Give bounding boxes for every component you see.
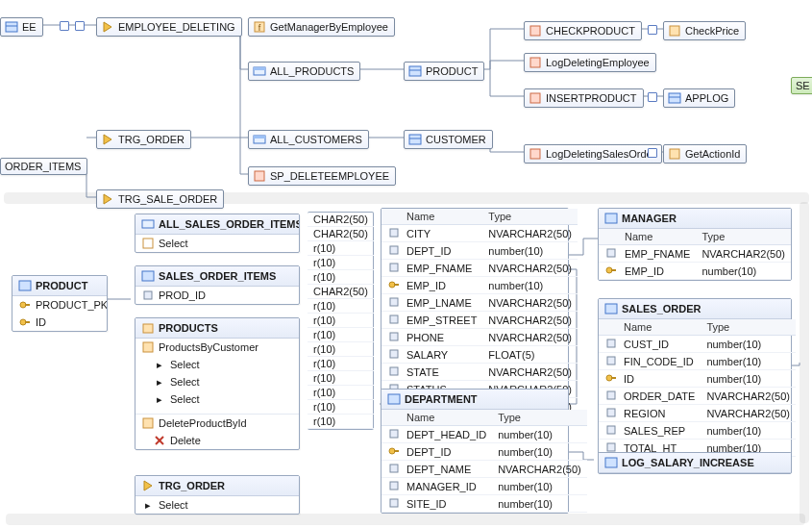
node-applog[interactable]: APPLOG (663, 88, 735, 108)
table-row[interactable]: DEPT_NAMENVARCHAR2(50) (381, 461, 587, 478)
select-icon: ▸ (141, 498, 155, 512)
cell-type: CHAR2(50) (308, 227, 374, 241)
table-row[interactable]: IDnumber(10) (599, 370, 796, 388)
node-checkprice[interactable]: CheckPrice (663, 21, 746, 40)
table-row[interactable]: STATENVARCHAR2(50) (381, 364, 578, 381)
cell-type: r(10) (308, 357, 374, 371)
node-order-items[interactable]: ORDER_ITEMS (0, 158, 87, 175)
svg-rect-28 (25, 321, 30, 323)
node-logdeletingemployee[interactable]: LogDeletingEmployee (524, 53, 656, 72)
table-row[interactable]: CITYNVARCHAR2(50) (381, 225, 578, 242)
table-row: CHAR2(50) (308, 213, 374, 227)
node-sp-deleteemployee[interactable]: SP_DELETEEMPLOYEE (248, 166, 396, 186)
column-icon (604, 354, 618, 367)
panel-trg-order[interactable]: TRG_ORDER ▸Select (135, 475, 300, 515)
table-row: CHAR2(50) (308, 227, 374, 241)
panel-sales-order-items[interactable]: SALES_ORDER_ITEMS PROD_ID (135, 265, 300, 305)
panel-product[interactable]: PRODUCT PRODUCT_PK ID (12, 275, 108, 332)
svg-rect-61 (611, 269, 616, 271)
svg-rect-71 (605, 458, 617, 467)
table-row[interactable]: SALES_REPnumber(10) (599, 422, 796, 440)
table-sales-order[interactable]: SALES_ORDER NameType CUST_IDnumber(10)FI… (598, 298, 792, 458)
cell-type: CHAR2(50) (308, 285, 374, 299)
node-label: SE (796, 80, 810, 91)
table-row[interactable]: CUST_IDnumber(10) (599, 336, 796, 353)
cell-type: r(10) (308, 328, 374, 342)
panel-row: Select (170, 376, 200, 388)
table-row[interactable]: SALARYFLOAT(5) (381, 346, 578, 364)
select-icon: ▸ (153, 375, 166, 389)
table-row: r(10) (308, 371, 374, 386)
table-row[interactable]: EMP_FNAMENVARCHAR2(50) (599, 245, 791, 263)
table-row[interactable]: EMP_STREETNVARCHAR2(50) (381, 312, 578, 329)
node-all-products[interactable]: ALL_PRODUCTS (248, 62, 360, 81)
node-ee[interactable]: EE (0, 17, 43, 37)
panel-row: PRODUCT_PK (36, 299, 108, 311)
table-row[interactable]: DEPT_IDnumber(10) (381, 443, 587, 461)
svg-rect-45 (390, 315, 398, 323)
cell-type: number(10) (701, 370, 796, 388)
table-row: r(10) (308, 299, 374, 314)
table-row[interactable]: EMP_IDnumber(10) (381, 277, 578, 294)
node-logdeletingsalesorder[interactable]: LogDeletingSalesOrder (524, 144, 662, 163)
table-row[interactable]: MANAGER_IDnumber(10) (381, 478, 587, 495)
node-insertproduct[interactable]: INSERTPRODUCT (524, 88, 644, 108)
table-employee[interactable]: NameType CITYNVARCHAR2(50)DEPT_IDnumber(… (381, 208, 569, 416)
table-row[interactable]: DEPT_HEAD_IDnumber(10) (381, 426, 587, 443)
panel-title: PRODUCT (36, 280, 87, 291)
node-trg-sale-order[interactable]: TRG_SALE_ORDER (96, 189, 224, 209)
table-row[interactable]: REGIONNVARCHAR2(50) (599, 405, 796, 422)
table-department[interactable]: DEPARTMENT NameType DEPT_HEAD_IDnumber(1… (381, 389, 569, 514)
table-row[interactable]: FIN_CODE_IDnumber(10) (599, 353, 796, 370)
panel-row: PROD_ID (159, 289, 206, 301)
svg-marker-2 (104, 22, 111, 32)
cell-type: number(10) (492, 495, 587, 513)
table-log-salary-increase[interactable]: LOG_SALARY_INCREASE (598, 452, 792, 474)
cell-type: NVARCHAR2(50) (696, 245, 791, 263)
function-icon (141, 416, 155, 430)
table-row: r(10) (308, 400, 374, 415)
table-title: MANAGER (622, 213, 677, 224)
node-label: CHECKPRODUCT (546, 25, 635, 37)
cell-name: MANAGER_ID (401, 478, 492, 495)
table-row[interactable]: SITE_IDnumber(10) (381, 495, 587, 513)
table-row[interactable]: DEPT_IDnumber(10) (381, 242, 578, 260)
svg-rect-70 (607, 443, 615, 451)
cell-name: DEPT_NAME (401, 461, 492, 478)
select-icon: ▸ (153, 358, 166, 371)
node-employee-deleting[interactable]: EMPLOYEE_DELETING (96, 17, 242, 37)
column-icon (387, 295, 401, 309)
node-checkproduct[interactable]: CHECKPRODUCT (524, 21, 642, 40)
table-row[interactable]: PHONENVARCHAR2(50) (381, 329, 578, 346)
cell-name: STATE (401, 364, 482, 381)
node-all-customers[interactable]: ALL_CUSTOMERS (248, 130, 369, 149)
cell-type: r(10) (308, 299, 374, 314)
node-label: TRG_ORDER (118, 134, 185, 145)
table-row[interactable]: EMP_LNAMENVARCHAR2(50) (381, 294, 578, 312)
svg-rect-59 (607, 249, 615, 257)
table-row[interactable]: EMP_IDnumber(10) (599, 263, 791, 280)
node-customer[interactable]: CUSTOMER (404, 130, 493, 149)
node-getactionid[interactable]: GetActionId (663, 144, 747, 163)
node-trg-order[interactable]: TRG_ORDER (96, 130, 191, 149)
table-row[interactable]: EMP_FNAMENVARCHAR2(50) (381, 260, 578, 277)
cell-type: number(10) (701, 336, 796, 353)
table-row[interactable]: ORDER_DATENVARCHAR2(50) (599, 388, 796, 405)
view-icon (141, 217, 155, 231)
svg-rect-24 (19, 281, 31, 290)
node-getmanagerbyemployee[interactable]: f GetManagerByEmployee (248, 17, 395, 37)
cell-type: r(10) (308, 256, 374, 270)
node-green-se[interactable]: SE (791, 77, 812, 94)
procedure-icon (529, 56, 542, 69)
procedure-icon (253, 169, 266, 183)
panel-products[interactable]: PRODUCTS ProductsByCustomer ▸Select ▸Sel… (135, 317, 300, 450)
node-label: CheckPrice (685, 25, 739, 37)
cell-type: FLOAT(5) (482, 346, 578, 364)
cell-type: number(10) (696, 263, 791, 280)
panel-all-sales-order-items[interactable]: ALL_SALES_ORDER_ITEMS_D Select (135, 214, 300, 253)
node-label: TRG_SALE_ORDER (118, 193, 217, 205)
node-product[interactable]: PRODUCT (404, 62, 484, 81)
column-icon (387, 313, 401, 326)
table-manager[interactable]: MANAGER NameType EMP_FNAMENVARCHAR2(50)E… (598, 208, 792, 281)
package-icon (141, 321, 155, 335)
